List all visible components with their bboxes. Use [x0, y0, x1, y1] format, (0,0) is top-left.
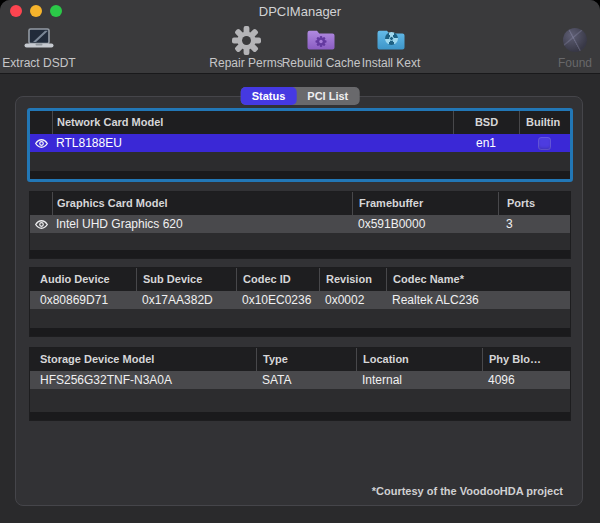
- purple-folder-gear-icon: [306, 26, 336, 54]
- toolbar-item-label: Found: [558, 56, 592, 70]
- table-empty-area: [30, 152, 570, 171]
- cell-model: Intel UHD Graphics 620: [52, 215, 352, 233]
- cell-location: Internal: [356, 371, 482, 389]
- table-bottom-strip: [30, 412, 570, 420]
- cell-builtin: [519, 137, 570, 150]
- column-header-storage-model[interactable]: Storage Device Model: [30, 348, 256, 371]
- gear-icon: [232, 26, 261, 54]
- tab-control: Status PCI List: [241, 87, 360, 105]
- cell-phy-block: 4096: [482, 371, 570, 389]
- window-title: DPCIManager: [0, 4, 600, 19]
- table-empty-area: [30, 233, 570, 250]
- column-header-framebuffer[interactable]: Framebuffer: [352, 192, 498, 215]
- storage-table: Storage Device Model Type Location Phy B…: [30, 348, 570, 420]
- laptop-icon: [22, 26, 56, 54]
- focus-ring: Network Card Model BSD Builtin RTL8188EU…: [27, 108, 573, 182]
- column-header-model[interactable]: Network Card Model: [52, 111, 453, 134]
- eye-column-header[interactable]: [30, 111, 52, 134]
- column-header-location[interactable]: Location: [356, 348, 482, 371]
- radiation-badge-icon: [385, 32, 398, 45]
- rebuild-cache-button[interactable]: Rebuild Cache: [281, 26, 361, 70]
- column-header-model[interactable]: Graphics Card Model: [52, 192, 352, 215]
- cell-storage-model: HFS256G32TNF-N3A0A: [30, 371, 256, 389]
- toolbar-item-label: Install Kext: [362, 56, 421, 70]
- tab-pci-list[interactable]: PCI List: [296, 87, 359, 105]
- column-header-audio-device[interactable]: Audio Device: [30, 268, 136, 291]
- cell-sub-device: 0x17AA382D: [136, 291, 236, 309]
- tab-status[interactable]: Status: [241, 87, 297, 105]
- graphics-table-header: Graphics Card Model Framebuffer Ports: [30, 192, 570, 215]
- column-header-builtin[interactable]: Builtin: [519, 111, 570, 134]
- titlebar: DPCIManager: [0, 0, 600, 22]
- dpcimanager-window: DPCIManager Extract DSDT: [0, 0, 600, 523]
- table-row[interactable]: RTL8188EU en1: [30, 134, 570, 152]
- table-bottom-strip: [30, 171, 570, 179]
- table-row[interactable]: HFS256G32TNF-N3A0A SATA Internal 4096: [30, 371, 570, 389]
- table-row[interactable]: 0x80869D71 0x17AA382D 0x10EC0236 0x0002 …: [30, 291, 570, 309]
- globe-sphere-icon: [563, 26, 587, 54]
- cell-revision: 0x0002: [319, 291, 386, 309]
- cell-codec-id: 0x10EC0236: [236, 291, 319, 309]
- found-button-disabled: Found: [549, 26, 600, 70]
- extract-dsdt-button[interactable]: Extract DSDT: [2, 26, 76, 70]
- column-header-ports[interactable]: Ports: [498, 192, 570, 215]
- graphics-table: Graphics Card Model Framebuffer Ports In…: [30, 192, 570, 258]
- install-kext-button[interactable]: Install Kext: [351, 26, 431, 70]
- table-empty-area: [30, 389, 570, 412]
- column-header-codec-id[interactable]: Codec ID: [236, 268, 319, 291]
- toolbar-item-label: Extract DSDT: [2, 56, 75, 70]
- cell-audio-device: 0x80869D71: [30, 291, 136, 309]
- table-bottom-strip: [30, 328, 570, 336]
- cell-ports: 3: [498, 215, 570, 233]
- column-header-bsd[interactable]: BSD: [453, 111, 519, 134]
- toolbar-item-label: Rebuild Cache: [282, 56, 361, 70]
- toolbar-item-label: Repair Perms: [209, 56, 282, 70]
- cell-model: RTL8188EU: [52, 134, 453, 152]
- cell-bsd: en1: [453, 134, 519, 152]
- cell-codec-name: Realtek ALC236: [386, 291, 570, 309]
- column-header-sub-device[interactable]: Sub Device: [136, 268, 236, 291]
- table-bottom-strip: [30, 250, 570, 258]
- eye-icon: [30, 219, 52, 230]
- column-header-codec-name[interactable]: Codec Name*: [386, 268, 570, 291]
- table-row[interactable]: Intel UHD Graphics 620 0x591B0000 3: [30, 215, 570, 233]
- network-table-header: Network Card Model BSD Builtin: [30, 111, 570, 134]
- cell-type: SATA: [256, 371, 356, 389]
- blue-folder-kext-icon: [376, 26, 406, 54]
- storage-table-header: Storage Device Model Type Location Phy B…: [30, 348, 570, 371]
- eye-column-header[interactable]: [30, 192, 52, 215]
- builtin-checkbox[interactable]: [538, 137, 551, 150]
- audio-table-header: Audio Device Sub Device Codec ID Revisio…: [30, 268, 570, 291]
- toolbar: Extract DSDT: [0, 22, 600, 74]
- column-header-revision[interactable]: Revision: [319, 268, 386, 291]
- audio-table: Audio Device Sub Device Codec ID Revisio…: [30, 268, 570, 336]
- network-table: Network Card Model BSD Builtin RTL8188EU…: [30, 111, 570, 179]
- cell-framebuffer: 0x591B0000: [352, 215, 498, 233]
- column-header-type[interactable]: Type: [256, 348, 356, 371]
- repair-perms-button[interactable]: Repair Perms: [206, 26, 286, 70]
- column-header-phy-block[interactable]: Phy Blo…: [482, 348, 570, 371]
- table-empty-area: [30, 309, 570, 328]
- voodoohda-credit-note: *Courtesy of the VoodooHDA project: [372, 485, 563, 497]
- eye-icon: [30, 138, 52, 149]
